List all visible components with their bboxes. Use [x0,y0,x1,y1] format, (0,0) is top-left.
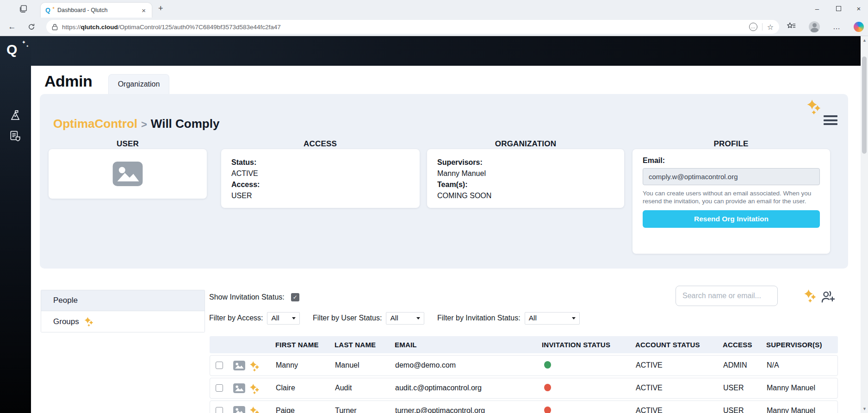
window-close-icon[interactable]: × [849,0,868,17]
table-row[interactable]: Manny Manuel demo@demo.com ACTIVE ADMIN … [210,355,838,376]
row-sparkles-icon[interactable] [249,406,260,413]
cell-supervisors: N/A [767,361,779,369]
cell-account-status: ACTIVE [636,407,663,413]
copilot-icon[interactable] [854,22,864,32]
cell-supervisors: Manny Manuel [767,384,815,392]
cell-email: demo@demo.com [395,361,456,369]
site-permissions-icon[interactable]: … [749,23,757,31]
nav-item-groups[interactable]: Groups [41,311,205,332]
cell-account-status: ACTIVE [636,384,663,392]
cell-email: audit.c@optimacontrol.org [395,384,482,392]
organization-card: Supervisors: Manny Manuel Team(s): COMIN… [427,149,624,208]
new-tab-icon[interactable]: + [158,4,163,13]
row-checkbox[interactable] [216,362,223,369]
column-header-last-name: LAST NAME [335,341,376,349]
row-avatar-placeholder-icon [233,406,245,413]
cell-invitation-status [542,384,551,393]
tab-close-icon[interactable]: × [140,6,147,14]
tab-title: Dashboard - Qlutch [57,7,140,13]
add-user-icon[interactable] [821,290,836,306]
supervisors-value: Manny Manuel [437,168,614,179]
column-header-account-status: ACCOUNT STATUS [635,341,700,349]
chevron-down-icon [292,317,296,319]
row-avatar-placeholder-icon [233,383,245,395]
cell-last-name: Turner [335,407,357,413]
show-invitation-checkbox[interactable]: ✓ [291,293,299,301]
milestones-nav-icon[interactable] [8,108,23,123]
cell-last-name: Manuel [335,361,359,369]
table-row[interactable]: Claire Audit audit.c@optimacontrol.org A… [210,378,838,399]
cell-first-name: Paige [276,407,295,413]
ai-sparkles-icon[interactable] [803,289,817,305]
profile-note: You can create users without an email as… [643,189,823,205]
filter-user-status-select[interactable]: All [386,312,424,325]
window-maximize-icon[interactable] [828,0,849,17]
favorite-star-icon[interactable]: ☆ [767,23,774,31]
column-header-access: ACCESS [723,341,752,349]
address-bar[interactable]: https://qlutch.cloud/OptimaControl/125/a… [46,20,779,34]
filter-user-status-label: Filter by User Status: [313,314,382,322]
email-field[interactable] [643,168,820,185]
workspaces-icon[interactable] [19,4,28,13]
row-avatar-placeholder-icon [233,361,245,372]
table-header-row: FIRST NAME LAST NAME EMAIL INVITATION ST… [210,336,838,353]
row-sparkles-icon[interactable] [249,383,260,396]
table-body: Manny Manuel demo@demo.com ACTIVE ADMIN … [210,355,838,413]
lock-icon [52,24,58,31]
section-title-user: USER [117,139,139,149]
search-input[interactable] [676,286,778,306]
chevron-down-icon [572,317,576,319]
browser-settings-icon[interactable]: … [833,23,841,31]
teams-value: COMING SOON [437,190,614,201]
filter-invitation-status-label: Filter by Invitation Status: [437,314,521,322]
cell-first-name: Claire [276,384,295,392]
audit-log-nav-icon[interactable] [8,129,23,144]
resend-org-invitation-button[interactable]: Resend Org Invitation [643,210,820,228]
user-photo-card [49,149,207,199]
card-menu-icon[interactable] [824,115,837,127]
refresh-icon[interactable] [26,21,37,32]
show-invitation-label: Show Invitation Status: [209,293,285,301]
column-header-email: EMAIL [395,341,417,349]
scrollbar-thumb[interactable] [862,56,867,154]
back-icon[interactable]: ← [6,21,18,32]
filter-invitation-status-group: Filter by Invitation Status: All [437,312,580,325]
access-card: Status: ACTIVE Access: USER [221,149,420,208]
supervisors-label: Supervisors: [437,158,483,166]
page-scrollbar[interactable]: ▲ ▼ [861,36,868,413]
scroll-up-icon[interactable]: ▲ [862,38,867,43]
browser-tab-strip: Q✦ Dashboard - Qlutch × + – × [0,0,868,18]
section-title-access: ACCESS [304,139,337,149]
tab-organization[interactable]: Organization [108,74,169,94]
column-header-supervisors: SUPERVISOR(S) [766,341,822,349]
browser-tab[interactable]: Q✦ Dashboard - Qlutch × [41,3,152,18]
qlutch-logo-icon[interactable]: Q✦✦ [6,42,25,60]
ai-sparkles-icon[interactable] [806,99,822,117]
section-title-organization: ORGANIZATION [495,139,556,149]
row-checkbox[interactable] [216,407,223,413]
cell-email: turner.p@optimacontrol.org [395,407,485,413]
page-title: Admin [44,72,92,90]
scroll-down-icon[interactable]: ▼ [862,407,867,411]
breadcrumb: OptimaControl>Will Comply [53,117,219,131]
browser-profile-avatar[interactable] [809,21,820,32]
breadcrumb-org-link[interactable]: OptimaControl [53,117,137,131]
browser-url-bar: ← https://qlutch.cloud/OptimaControl/125… [0,18,868,36]
cell-access: USER [723,407,744,413]
row-checkbox[interactable] [216,384,223,392]
url-text: https://qlutch.cloud/OptimaControl/125/a… [62,24,749,31]
invitation-status-dot [544,407,551,413]
cell-invitation-status [542,407,551,413]
people-groups-nav: People Groups [41,290,205,332]
teams-label: Team(s): [437,181,468,188]
window-minimize-icon[interactable]: – [807,0,827,17]
row-sparkles-icon[interactable] [249,361,260,374]
section-title-profile: PROFILE [713,139,748,149]
filter-access-select[interactable]: All [267,312,300,325]
filter-invitation-status-select[interactable]: All [525,312,580,325]
table-row[interactable]: Paige Turner turner.p@optimacontrol.org … [210,400,838,413]
column-header-first-name: FIRST NAME [275,341,319,349]
favorites-bar-icon[interactable] [787,21,796,32]
show-invitation-row: Show Invitation Status: ✓ [209,293,299,301]
nav-item-people[interactable]: People [41,290,205,311]
